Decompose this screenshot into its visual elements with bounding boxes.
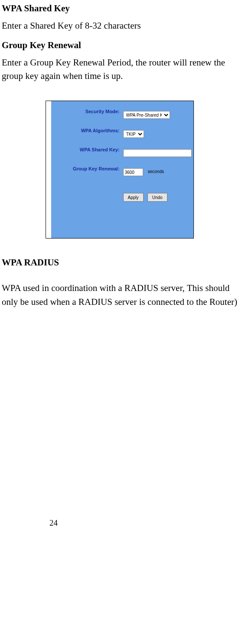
wpa-algorithms-select[interactable]: TKIP — [123, 130, 144, 138]
page-number: 24 — [2, 517, 237, 530]
wpa-shared-key-input[interactable] — [123, 149, 192, 157]
group-key-renewal-input[interactable] — [123, 168, 143, 176]
heading-wpa-shared-key: WPA Shared Key — [2, 2, 237, 16]
row-group-key-renewal: Group Key Renewal: seconds — [55, 164, 187, 183]
row-wpa-algorithms: WPA Algorithms: TKIP — [55, 126, 187, 145]
heading-wpa-radius: WPA RADIUS — [2, 256, 237, 270]
heading-group-key-renewal: Group Key Renewal — [2, 39, 237, 52]
figure-container: Security Mode: WPA Pre-Shared Key WPA Al… — [2, 101, 237, 239]
label-wpa-algorithms: WPA Algorithms: — [55, 128, 120, 133]
button-row: Apply Undo — [123, 190, 169, 203]
security-mode-select[interactable]: WPA Pre-Shared Key — [123, 111, 170, 119]
row-security-mode: Security Mode: WPA Pre-Shared Key — [55, 107, 187, 126]
apply-button[interactable]: Apply — [123, 193, 144, 202]
row-wpa-shared-key: WPA Shared Key: — [55, 145, 187, 164]
wpa-settings-screenshot: Security Mode: WPA Pre-Shared Key WPA Al… — [46, 101, 194, 239]
undo-button[interactable]: Undo — [147, 193, 167, 202]
figure-left-stripe — [46, 101, 51, 238]
label-group-key-renewal: Group Key Renewal: — [55, 166, 120, 171]
label-security-mode: Security Mode: — [55, 109, 120, 114]
paragraph-wpa-radius-desc: WPA used in coordination with a RADIUS s… — [2, 281, 237, 309]
label-wpa-shared-key: WPA Shared Key: — [55, 147, 120, 152]
wpa-form: Security Mode: WPA Pre-Shared Key WPA Al… — [55, 107, 187, 183]
label-seconds: seconds — [148, 169, 164, 174]
paragraph-shared-key-desc: Enter a Shared Key of 8-32 characters — [2, 19, 237, 33]
paragraph-group-key-desc: Enter a Group Key Renewal Period, the ro… — [2, 56, 237, 83]
